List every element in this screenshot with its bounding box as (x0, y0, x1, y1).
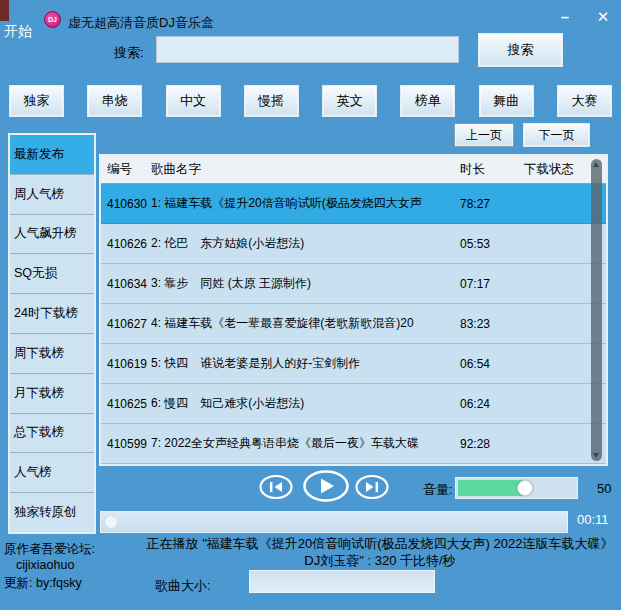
category-button-medley[interactable]: 串烧 (87, 85, 142, 117)
credit-updater: 更新: by:fqsky (4, 575, 82, 592)
next-page-button[interactable]: 下一页 (523, 123, 590, 147)
header-id: 编号 (101, 161, 151, 178)
app-logo-icon: DJ (44, 11, 61, 28)
app-window: 开始 DJ 虚无超高清音质DJ音乐盒 – ✕ 搜索: 搜索 独家 串烧 中文 慢… (0, 0, 621, 610)
seek-thumb[interactable] (104, 515, 118, 529)
song-size-field[interactable] (249, 570, 435, 593)
header-name: 歌曲名字 (151, 161, 460, 178)
sidebar: 最新发布 周人气榜 人气飙升榜 SQ无损 24时下载榜 周下载榜 月下载榜 总下… (8, 133, 96, 534)
category-button-english[interactable]: 英文 (322, 85, 377, 117)
sidebar-item-month-downloads[interactable]: 月下载榜 (10, 374, 94, 414)
category-button-dance[interactable]: 舞曲 (479, 85, 534, 117)
next-icon (354, 474, 390, 500)
elapsed-time: 00:11 (577, 512, 609, 527)
table-scrollbar[interactable] (591, 159, 602, 461)
credit-author-name: cijixiaohuo (16, 558, 74, 572)
category-button-exclusive[interactable]: 独家 (9, 85, 64, 117)
window-title: 虚无超高清音质DJ音乐盒 (68, 14, 214, 32)
minimize-button[interactable]: – (552, 6, 578, 28)
sidebar-item-popularity[interactable]: 人气榜 (10, 453, 94, 493)
prev-page-button[interactable]: 上一页 (454, 123, 514, 147)
table-row[interactable]: 410627 4: 福建车载《老一辈最喜爱旋律(老歌新歌混音)20 83:23 (101, 304, 606, 344)
table-header-row: 编号 歌曲名字 时长 下载状态 (101, 156, 606, 184)
start-menu-label[interactable]: 开始 (4, 23, 32, 41)
category-button-chinese[interactable]: 中文 (166, 85, 221, 117)
table-row[interactable]: 410630 1: 福建车载《提升20倍音响试听(极品发烧四大女声 78:27 (101, 184, 606, 224)
credit-original-author: 原作者吾爱论坛: (4, 541, 95, 558)
sidebar-item-exclusive-original[interactable]: 独家转原创 (10, 493, 94, 532)
scroll-up-icon (593, 162, 599, 167)
play-button[interactable] (302, 469, 350, 507)
song-size-label: 歌曲大小: (155, 577, 211, 595)
next-track-button[interactable] (354, 474, 390, 504)
header-duration: 时长 (460, 161, 524, 178)
background-window-sliver (0, 0, 9, 21)
table-row[interactable]: 410599 7: 2022全女声经典粤语串烧《最后一夜》车载大碟 92:28 (101, 424, 606, 464)
volume-thumb[interactable] (517, 480, 533, 496)
volume-fill (458, 480, 526, 496)
previous-icon (258, 474, 294, 500)
category-button-slow[interactable]: 慢摇 (244, 85, 299, 117)
category-button-contest[interactable]: 大赛 (557, 85, 612, 117)
table-row[interactable]: 410619 5: 快四 谁说老婆是别人的好-宝剑制作 06:54 (101, 344, 606, 384)
search-button[interactable]: 搜索 (478, 33, 563, 67)
table-row[interactable]: 410634 3: 靠步 同姓 (太原 王源制作) 07:17 (101, 264, 606, 304)
scroll-down-icon (593, 453, 599, 458)
play-icon (302, 469, 350, 503)
sidebar-item-latest-release[interactable]: 最新发布 (10, 135, 94, 175)
category-bar: 独家 串烧 中文 慢摇 英文 榜单 舞曲 大赛 (9, 85, 612, 117)
volume-label: 音量: (423, 481, 453, 499)
search-input[interactable] (156, 36, 459, 63)
seek-bar[interactable] (100, 511, 568, 533)
song-table: 编号 歌曲名字 时长 下载状态 410630 1: 福建车载《提升20倍音响试听… (99, 154, 608, 466)
sidebar-item-week-downloads[interactable]: 周下载榜 (10, 334, 94, 374)
search-label: 搜索: (114, 44, 144, 62)
sidebar-item-popularity-surge[interactable]: 人气飙升榜 (10, 215, 94, 255)
now-playing-status: 正在播放 "福建车载《提升20倍音响试听(极品发烧四大女声) 2022连版车载大… (140, 535, 620, 569)
previous-track-button[interactable] (258, 474, 294, 504)
volume-value: 50 (597, 481, 611, 496)
sidebar-item-24h-downloads[interactable]: 24时下载榜 (10, 294, 94, 334)
category-button-chart[interactable]: 榜单 (400, 85, 455, 117)
table-row[interactable]: 410625 6: 慢四 知己难求(小岩想法) 06:24 (101, 384, 606, 424)
volume-slider[interactable] (455, 477, 578, 499)
close-button[interactable]: ✕ (590, 6, 616, 28)
sidebar-item-week-popularity[interactable]: 周人气榜 (10, 175, 94, 215)
sidebar-item-sq-lossless[interactable]: SQ无损 (10, 254, 94, 294)
table-row[interactable]: 410626 2: 伦巴 东方姑娘(小岩想法) 05:53 (101, 224, 606, 264)
sidebar-item-total-downloads[interactable]: 总下载榜 (10, 414, 94, 454)
